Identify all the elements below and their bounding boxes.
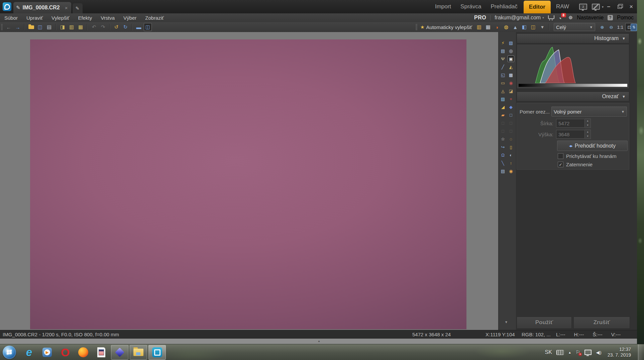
snap-checkbox[interactable] [558, 153, 563, 159]
paint-brush-icon[interactable]: ◢ [500, 104, 506, 110]
paste-special-icon[interactable]: ▦ [77, 23, 85, 31]
editor-canvas[interactable] [0, 32, 498, 330]
layers-dropdown-icon[interactable]: ▾ [538, 23, 546, 31]
opera-icon[interactable]: O [59, 346, 72, 359]
view-filmstrip-bottom-icon[interactable]: ▬ [135, 23, 143, 31]
display-mode-icon[interactable] [592, 4, 600, 10]
network-icon[interactable] [584, 350, 592, 355]
transform-tool-icon[interactable]: ◱ [500, 71, 506, 78]
iron-smooth-icon[interactable]: ◪ [508, 87, 514, 94]
show-desktop-button[interactable] [638, 344, 643, 360]
document-app-icon[interactable] [95, 346, 108, 359]
zoom-out-icon[interactable]: ⊖ [607, 23, 615, 31]
close-button[interactable]: × [629, 4, 633, 10]
curves-dialog-icon[interactable]: ▦ [484, 23, 492, 31]
menu-vylepsit[interactable]: Vylepšiť [47, 15, 74, 21]
shapes-tool-icon[interactable]: ◐ [508, 152, 514, 158]
text-selection-icon[interactable]: ▯ [508, 144, 514, 150]
copy-icon[interactable]: ◨ [59, 23, 67, 31]
select-tool-icon[interactable]: □ [508, 128, 514, 134]
zoom-in-icon[interactable]: ⊕ [598, 23, 606, 31]
select-tool-icon[interactable]: □ [500, 128, 506, 134]
internet-explorer-icon[interactable]: e [22, 346, 36, 359]
forward-icon[interactable]: → [14, 23, 22, 31]
mesh-warp-icon[interactable]: ▩ [508, 71, 514, 78]
width-input[interactable] [556, 119, 585, 128]
levels-tool-icon[interactable]: ▤ [500, 47, 506, 54]
toolbar-grip[interactable] [1, 24, 3, 30]
minimize-button[interactable]: − [607, 4, 611, 10]
apply-button[interactable]: Použiť [517, 317, 572, 329]
toolbar-overflow-icon[interactable]: ⇅ [631, 24, 637, 31]
undo-icon[interactable]: ↶ [90, 23, 98, 31]
crop-tool-icon[interactable]: ▣ [508, 55, 514, 62]
rect-select-icon[interactable]: □ [508, 112, 514, 118]
menu-vrstva[interactable]: Vrstva [96, 15, 119, 21]
document-tab[interactable]: ✎ IMG_0008.CR2 × [13, 2, 71, 13]
line-tool-icon[interactable]: ╲ [500, 160, 506, 166]
darken-checkbox[interactable]: ✓ [558, 162, 563, 167]
help-menu[interactable]: Pomoc [617, 15, 634, 21]
ratio-select[interactable]: Volný pomer ▼ [551, 107, 627, 117]
zoom-100-icon[interactable]: 1:1 [616, 23, 624, 31]
effect-brush-icon[interactable]: ▨ [500, 96, 506, 102]
tab-prehliadac[interactable]: Prehliadač [486, 1, 522, 13]
new-document-tab[interactable]: ✎ [73, 3, 83, 13]
keyboard-icon[interactable] [556, 350, 564, 355]
omega-tool-icon[interactable]: Ω [500, 152, 506, 158]
zoom-mode-select[interactable]: Celý ▼ [554, 23, 595, 31]
menu-efekty[interactable]: Efekty [74, 15, 96, 21]
swirl-tool-icon[interactable]: ◉ [508, 168, 514, 174]
tab-spravca[interactable]: Správca [456, 1, 486, 13]
clone-stamp-icon[interactable]: ◬ [500, 87, 506, 94]
select-tool-icon[interactable]: □ [500, 120, 506, 126]
ruler-tool-icon[interactable]: ▤ [500, 168, 506, 174]
menu-upravit[interactable]: Upraviť [22, 15, 47, 21]
toolstrip-chevron-icon[interactable]: ▼ [505, 320, 508, 324]
taskbar-app-files[interactable] [130, 345, 147, 360]
move-selection-icon[interactable]: ↪ [500, 144, 506, 150]
settings-menu[interactable]: Nastavenie [577, 15, 604, 21]
gear-icon[interactable]: ☸ [568, 15, 573, 21]
save-icon[interactable]: ◫ [36, 23, 44, 31]
tab-raw[interactable]: RAW [551, 1, 574, 13]
firefox-icon[interactable] [77, 346, 90, 359]
tab-import[interactable]: Import [430, 1, 456, 13]
tab-editor[interactable]: Editor [524, 1, 551, 14]
straighten-tool-icon[interactable]: ╱ [500, 63, 506, 70]
tray-clock[interactable]: 12:37 23. 7. 2019 [608, 347, 631, 358]
fill-bucket-icon[interactable]: ◆ [508, 104, 514, 110]
action-center-icon[interactable]: ⚐× [576, 349, 580, 355]
height-input[interactable] [556, 130, 585, 139]
menu-zobrazit[interactable]: Zobraziť [141, 15, 168, 21]
horizon-tool-icon[interactable]: ▭ [500, 79, 506, 86]
menu-subor[interactable]: Súbor [0, 15, 22, 21]
swap-values-button[interactable]: ◂▸ Prehodiť hodnoty [557, 141, 628, 151]
height-stepper[interactable]: ▲▼ [585, 130, 591, 139]
cancel-button[interactable]: Zrušiť [573, 317, 630, 329]
account-menu[interactable]: frakum@gmail.com ▾ [495, 15, 544, 21]
zoom-tool-icon[interactable]: ◎ [508, 47, 514, 54]
rotate-left-icon[interactable]: ↺ [112, 23, 120, 31]
lasso-icon[interactable]: ◌ [508, 136, 514, 142]
paste-icon[interactable]: ▥ [68, 23, 76, 31]
perspective-tool-icon[interactable]: ◭ [508, 63, 514, 70]
media-player-icon[interactable]: ▶ [40, 346, 54, 359]
quick-edit-icon[interactable]: ▧ [508, 39, 514, 46]
histogram-header[interactable]: Histogram ▼ [517, 33, 629, 43]
taskbar-app-zoner[interactable] [148, 345, 166, 360]
magic-wand-icon[interactable]: ☆ [500, 136, 506, 142]
select-tool-icon[interactable]: □ [508, 120, 514, 126]
red-eye-icon[interactable]: ◉ [508, 79, 514, 86]
restore-button[interactable] [618, 4, 622, 10]
back-icon[interactable]: ← [5, 23, 13, 31]
display-dropdown-icon[interactable]: ▾ [602, 5, 604, 9]
arrow-tool-icon[interactable]: ↑ [508, 160, 514, 166]
open-folder-icon[interactable] [27, 23, 35, 31]
taskbar-app-diamond[interactable] [111, 345, 128, 360]
view-filmstrip-right-icon[interactable]: ◫ [144, 23, 152, 31]
pan-tool-icon[interactable]: Ψ [500, 55, 506, 62]
rotate-right-icon[interactable]: ↻ [121, 23, 129, 31]
resize-icon[interactable]: ◧ [520, 23, 528, 31]
language-indicator[interactable]: SK [545, 349, 552, 355]
